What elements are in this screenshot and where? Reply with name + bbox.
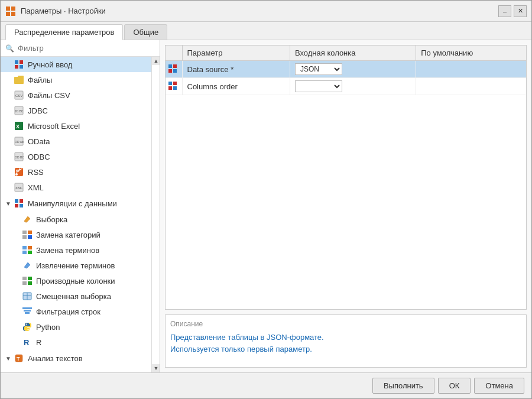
sidebar-item-replace-terms[interactable]: Замена терминов	[1, 242, 151, 258]
sidebar-group-text-analysis[interactable]: ▼ T Анализ текстов	[1, 350, 151, 366]
sidebar-label-csv: Файлы CSV	[28, 91, 70, 100]
sidebar-label-rss: RSS	[28, 168, 44, 177]
svg-rect-37	[28, 281, 32, 285]
svg-rect-4	[15, 60, 18, 64]
sidebar-item-odbc[interactable]: OD BC ODBC	[1, 149, 151, 164]
tab-general[interactable]: Общие	[124, 24, 167, 40]
sidebar-item-derived-cols[interactable]: Производные колонки	[1, 273, 151, 288]
main-panel: Параметр Входная колонка По умолчанию	[160, 40, 531, 372]
r-icon: R	[22, 337, 33, 348]
sidebar-label-odbc: ODBC	[28, 153, 50, 161]
row-param-cell: Data source *	[182, 61, 290, 78]
sidebar-item-rss[interactable]: RSS	[1, 164, 151, 180]
sidebar-item-filter-rows[interactable]: Фильтрация строк	[1, 304, 151, 319]
table-row[interactable]: Data source * JSON	[166, 61, 526, 78]
svg-text:OD
ata: OD ata	[15, 140, 24, 144]
jdbc-icon: JD BC	[14, 105, 24, 116]
folder-icon	[14, 74, 24, 85]
filter-input[interactable]	[18, 44, 155, 53]
svg-rect-53	[168, 82, 172, 85]
sidebar-item-excel[interactable]: X Microsoft Excel	[1, 118, 151, 134]
description-text: Представление таблицы в JSON-формате. Ис…	[170, 332, 521, 355]
chevron-down-icon: ▼	[5, 200, 11, 207]
grid-icon	[14, 59, 24, 70]
app-icon	[5, 6, 16, 17]
sidebar-item-python[interactable]: Python	[1, 319, 151, 335]
cancel-button[interactable]: Отмена	[474, 378, 524, 394]
table-row[interactable]: Columns order	[166, 78, 526, 95]
svg-text:X: X	[16, 124, 20, 129]
svg-rect-41	[22, 307, 32, 309]
svg-rect-25	[20, 204, 23, 207]
sidebar-item-csv[interactable]: CSV Файлы CSV	[1, 87, 151, 103]
manip-group-icon	[14, 198, 24, 209]
sidebar-item-extract-terms[interactable]: Извлечение терминов	[1, 258, 151, 273]
row-input-col-cell[interactable]	[290, 78, 416, 95]
replace-terms-icon	[22, 245, 33, 255]
svg-point-45	[28, 329, 29, 330]
minimize-button[interactable]: –	[498, 5, 511, 17]
sidebar-item-jdbc[interactable]: JD BC JDBC	[1, 103, 151, 118]
sidebar-group-manip[interactable]: ▼ Манипуляции с данными	[1, 195, 151, 212]
svg-text:CSV: CSV	[15, 94, 22, 98]
sidebar-item-files[interactable]: Файлы	[1, 72, 151, 87]
sidebar-label-python: Python	[36, 323, 60, 332]
svg-rect-50	[173, 64, 177, 68]
row-param-cell: Columns order	[182, 78, 290, 95]
svg-rect-54	[173, 82, 177, 85]
window-title: Параметры · Настройки	[21, 7, 498, 15]
col-input-col-header: Входная колонка	[290, 46, 416, 61]
sidebar-item-xml[interactable]: XML XML	[1, 180, 151, 195]
row-default-cell	[416, 78, 526, 95]
tab-bar: Распределение параметров Общие	[1, 22, 531, 40]
sidebar-item-odata[interactable]: OD ata OData	[1, 134, 151, 149]
description-link-2[interactable]: Используется только первый параметр.	[170, 345, 312, 353]
svg-rect-55	[168, 86, 172, 90]
svg-text:OD
BC: OD BC	[15, 155, 24, 159]
scroll-up-button[interactable]: ▲	[152, 57, 160, 65]
sample-shift-icon	[22, 291, 33, 301]
ok-button[interactable]: ОК	[438, 378, 471, 394]
description-link-1[interactable]: Представление таблицы в JSON-формате.	[170, 333, 324, 342]
svg-rect-6	[15, 65, 18, 69]
svg-rect-28	[28, 231, 32, 234]
execute-button[interactable]: Выполнить	[372, 378, 434, 394]
tab-params[interactable]: Распределение параметров	[5, 24, 123, 40]
sidebar-label-manual: Ручной ввод	[28, 60, 72, 69]
row-input-col-cell[interactable]: JSON	[290, 61, 416, 78]
pencil-icon	[22, 214, 33, 225]
sidebar-item-replace-cat[interactable]: Замена категорий	[1, 227, 151, 242]
input-col-dropdown-1[interactable]: JSON	[295, 63, 342, 75]
svg-rect-43	[25, 312, 30, 314]
svg-rect-52	[173, 69, 177, 73]
xml-icon: XML	[14, 182, 24, 193]
input-col-dropdown-2[interactable]	[295, 80, 342, 92]
sidebar-item-select[interactable]: Выборка	[1, 212, 151, 227]
sidebar-item-sample-shift[interactable]: Смещенная выборка	[1, 288, 151, 304]
window-controls: – ✕	[498, 5, 527, 17]
svg-rect-32	[28, 246, 32, 249]
python-icon	[22, 322, 33, 332]
svg-point-44	[26, 324, 27, 325]
content-area: 🔍 Ручной	[1, 40, 531, 372]
odata-icon: OD ata	[14, 136, 24, 147]
svg-rect-24	[15, 204, 18, 207]
svg-rect-26	[22, 231, 27, 234]
svg-rect-33	[28, 251, 32, 254]
sidebar-list: Ручной ввод Файлы	[1, 57, 151, 372]
svg-rect-29	[28, 235, 32, 239]
text-analysis-group-icon: T	[14, 353, 24, 364]
scroll-down-button[interactable]: ▼	[152, 364, 160, 372]
sidebar-item-manual[interactable]: Ручной ввод	[1, 57, 151, 72]
derived-cols-icon	[22, 275, 33, 286]
description-line-1: Представление таблицы в JSON-формате.	[170, 332, 521, 343]
row-icon-cell	[166, 61, 182, 78]
svg-rect-49	[168, 64, 172, 68]
title-bar: Параметры · Настройки – ✕	[1, 1, 531, 22]
description-line-2: Используется только первый параметр.	[170, 343, 521, 355]
search-icon: 🔍	[5, 44, 14, 53]
chevron-right-icon: ▼	[5, 355, 11, 362]
close-button[interactable]: ✕	[514, 5, 527, 17]
sidebar-item-r[interactable]: R R	[1, 335, 151, 350]
sidebar-label-odata: OData	[28, 137, 50, 146]
